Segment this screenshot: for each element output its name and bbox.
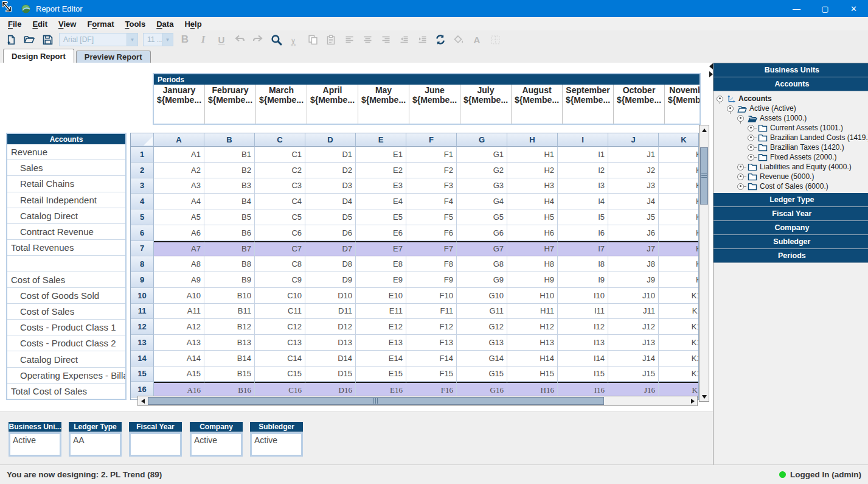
cell-e4[interactable]: E4: [356, 194, 406, 209]
cell-k8[interactable]: K8: [659, 256, 699, 272]
cell-h12[interactable]: H12: [507, 319, 558, 335]
column-header-c[interactable]: C: [255, 133, 305, 147]
cell-b10[interactable]: B10: [204, 288, 255, 304]
tree-node-revenue-5000[interactable]: Revenue (5000.): [713, 172, 868, 181]
row-header-3[interactable]: 3: [131, 178, 154, 194]
cell-j13[interactable]: J13: [608, 335, 659, 351]
account-row-catalog-direct[interactable]: Catalog Direct: [7, 208, 125, 224]
cut-button[interactable]: ✂: [288, 33, 301, 46]
cell-i12[interactable]: I12: [558, 319, 608, 335]
cell-h11[interactable]: H11: [507, 304, 558, 320]
cell-i3[interactable]: I3: [558, 178, 608, 194]
menu-tools[interactable]: Tools: [119, 18, 151, 30]
font-color-button[interactable]: A: [470, 33, 484, 46]
cell-i11[interactable]: I11: [558, 304, 608, 320]
section-header-business-units[interactable]: Business Units: [713, 63, 868, 77]
row-header-4[interactable]: 4: [131, 194, 154, 209]
cell-g14[interactable]: G14: [457, 351, 507, 367]
period-cell-april[interactable]: April${Membe...: [307, 85, 358, 124]
cell-g12[interactable]: G12: [457, 319, 507, 335]
cell-f14[interactable]: F14: [406, 351, 457, 367]
tree-expanded-handle-icon[interactable]: [737, 115, 744, 122]
cell-i8[interactable]: I8: [558, 256, 608, 272]
period-cell-march[interactable]: March${Membe...: [256, 85, 307, 124]
cell-a9[interactable]: A9: [154, 272, 204, 288]
undo-button[interactable]: [233, 33, 246, 46]
cell-j11[interactable]: J11: [608, 304, 659, 320]
cell-k7[interactable]: K7: [659, 241, 699, 257]
cell-g2[interactable]: G2: [457, 163, 507, 178]
row-header-6[interactable]: 6: [131, 225, 154, 241]
cell-b9[interactable]: B9: [204, 272, 255, 288]
cell-h15[interactable]: H15: [507, 367, 558, 382]
filter-value[interactable]: Active: [9, 432, 61, 457]
filter-value[interactable]: Active: [190, 432, 243, 457]
row-header-7[interactable]: 7: [131, 241, 154, 257]
cell-f9[interactable]: F9: [406, 272, 457, 288]
cell-d2[interactable]: D2: [305, 163, 356, 178]
cell-c4[interactable]: C4: [255, 194, 305, 209]
scroll-up-button[interactable]: [700, 125, 709, 135]
cell-a8[interactable]: A8: [154, 256, 204, 272]
tree-collapsed-handle-icon[interactable]: [737, 174, 744, 180]
menu-help[interactable]: Help: [179, 18, 207, 30]
tree-node-active-active[interactable]: Active (Active): [713, 103, 868, 113]
cell-f7[interactable]: F7: [406, 241, 457, 257]
cell-k11[interactable]: K11: [659, 304, 699, 320]
section-header-company[interactable]: Company: [713, 221, 868, 235]
cell-d14[interactable]: D14: [305, 351, 356, 367]
cell-j3[interactable]: J3: [608, 178, 659, 194]
cell-h2[interactable]: H2: [507, 163, 558, 178]
cell-h10[interactable]: H10: [507, 288, 558, 304]
cell-c8[interactable]: C8: [255, 256, 305, 272]
cell-c5[interactable]: C5: [255, 209, 305, 225]
cell-i10[interactable]: I10: [558, 288, 608, 304]
copy-button[interactable]: [306, 33, 319, 46]
scroll-left-button[interactable]: [138, 396, 147, 405]
cell-h8[interactable]: H8: [507, 256, 558, 272]
cell-f12[interactable]: F12: [406, 319, 457, 335]
cell-f8[interactable]: F8: [406, 256, 457, 272]
cell-a7[interactable]: A7: [154, 241, 204, 257]
cell-h9[interactable]: H9: [507, 272, 558, 288]
cell-c14[interactable]: C14: [255, 351, 305, 367]
row-header-8[interactable]: 8: [131, 256, 154, 272]
font-family-select[interactable]: Arial [DF] ▼: [59, 33, 138, 46]
account-row-contract-revenue[interactable]: Contract Revenue: [7, 224, 125, 240]
cell-d15[interactable]: D15: [305, 367, 356, 382]
align-center-button[interactable]: [361, 33, 374, 46]
cell-j2[interactable]: J2: [608, 163, 659, 178]
row-header-15[interactable]: 15: [131, 367, 154, 382]
cell-f6[interactable]: F6: [406, 225, 457, 241]
cell-k2[interactable]: K2: [659, 163, 699, 178]
cell-e10[interactable]: E10: [356, 288, 406, 304]
cell-j6[interactable]: J6: [608, 225, 659, 241]
period-cell-july[interactable]: July${Membe...: [460, 85, 512, 124]
period-cell-september[interactable]: September${Membe...: [563, 85, 614, 124]
close-button[interactable]: ✕: [839, 0, 868, 17]
menu-view[interactable]: View: [53, 18, 82, 30]
cell-k13[interactable]: K13: [659, 335, 699, 351]
cell-i14[interactable]: I14: [558, 351, 608, 367]
filter-value[interactable]: Active: [250, 432, 303, 457]
cell-g4[interactable]: G4: [457, 194, 507, 209]
cell-i1[interactable]: I1: [558, 147, 608, 163]
section-header-fiscal-year[interactable]: Fiscal Year: [713, 207, 868, 221]
column-header-a[interactable]: A: [154, 133, 204, 147]
menu-data[interactable]: Data: [151, 18, 179, 30]
cell-h6[interactable]: H6: [507, 225, 558, 241]
cell-j10[interactable]: J10: [608, 288, 659, 304]
account-row-revenue[interactable]: Revenue: [7, 144, 125, 160]
cell-g6[interactable]: G6: [457, 225, 507, 241]
tree-collapsed-handle-icon[interactable]: [737, 183, 744, 190]
tab-preview-report[interactable]: Preview Report: [76, 51, 151, 63]
row-header-9[interactable]: 9: [131, 272, 154, 288]
borders-button[interactable]: [488, 33, 502, 46]
cell-i4[interactable]: I4: [558, 194, 608, 209]
grid-vertical-scrollbar[interactable]: [699, 125, 709, 402]
cell-d8[interactable]: D8: [305, 256, 356, 272]
cell-i5[interactable]: I5: [558, 209, 608, 225]
cell-c10[interactable]: C10: [255, 288, 305, 304]
cell-b12[interactable]: B12: [204, 319, 255, 335]
column-header-d[interactable]: D: [305, 133, 356, 147]
